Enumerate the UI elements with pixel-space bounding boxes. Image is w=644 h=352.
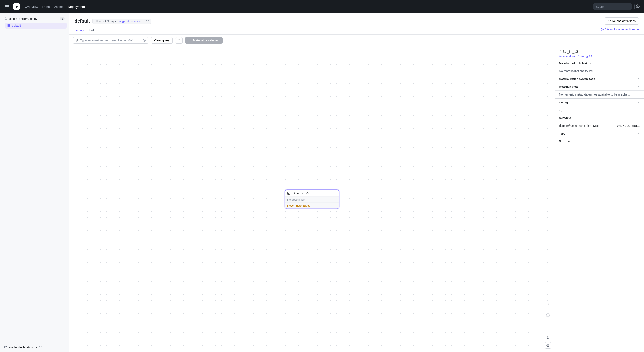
menu-icon[interactable] xyxy=(4,4,9,9)
asset-node-status: Never materialized xyxy=(285,203,339,209)
folder-icon xyxy=(4,346,7,349)
svg-point-19 xyxy=(76,39,76,40)
chevron-down-icon xyxy=(637,116,640,120)
section-materialization-last-run[interactable]: Materialization in last run xyxy=(555,60,644,67)
svg-rect-14 xyxy=(95,21,96,22)
svg-point-7 xyxy=(638,6,638,7)
chip-link[interactable]: single_declaration.py xyxy=(118,19,144,23)
section-type[interactable]: Type xyxy=(555,130,644,137)
global-search[interactable]: / xyxy=(593,3,632,10)
zoom-in-icon[interactable] xyxy=(546,303,550,306)
svg-rect-10 xyxy=(8,26,8,26)
svg-rect-12 xyxy=(95,20,96,21)
info-icon[interactable] xyxy=(143,39,146,42)
global-lineage-link[interactable]: View global asset lineage xyxy=(600,28,639,33)
filter-icon xyxy=(75,39,78,42)
section-metadata-plots[interactable]: Metadata plots xyxy=(555,83,644,91)
asset-group-row[interactable]: default xyxy=(5,22,67,28)
code-location-row[interactable]: single_declaration.py 1 xyxy=(2,16,67,22)
footer-location: single_declaration.py xyxy=(9,346,37,349)
chevron-down-icon xyxy=(637,85,640,88)
reload-icon xyxy=(177,39,180,42)
asset-group-chip: Asset Group in single_declaration.py xyxy=(92,18,151,24)
zoom-track[interactable] xyxy=(548,307,548,335)
lineage-canvas[interactable]: file_in_s3 No description Never material… xyxy=(70,46,554,352)
section-metadata[interactable]: Metadata xyxy=(555,114,644,122)
external-link-icon xyxy=(589,55,592,58)
chevron-down-icon xyxy=(637,132,640,135)
materialization-last-run-body: No materializations found xyxy=(555,67,644,75)
type-body: Nothing xyxy=(555,137,644,145)
section-materialization-system-tags[interactable]: Materialization system tags xyxy=(555,75,644,83)
folder-icon xyxy=(5,17,8,20)
svg-rect-25 xyxy=(288,192,290,195)
asset-subset-input[interactable] xyxy=(80,39,141,42)
svg-point-20 xyxy=(78,39,78,40)
code-location-name: single_declaration.py xyxy=(9,17,38,20)
dagster-logo[interactable] xyxy=(13,3,20,10)
slash-shortcut-badge: / xyxy=(634,4,635,9)
metadata-key: dagster/asset_execution_type xyxy=(559,124,617,127)
metadata-plots-body: No numeric metadata entries available to… xyxy=(555,91,644,98)
reload-icon[interactable] xyxy=(146,19,149,22)
reload-definitions-button[interactable]: Reload definitions xyxy=(604,17,639,25)
left-sidebar: single_declaration.py 1 default single_d… xyxy=(0,13,70,352)
export-image-button[interactable] xyxy=(545,342,551,349)
chevron-right-icon xyxy=(637,77,640,80)
chip-prefix: Asset Group in xyxy=(99,19,117,23)
asset-detail-panel: file_in_s3 View in Asset Catalog Materia… xyxy=(554,46,644,352)
svg-point-21 xyxy=(77,41,77,42)
svg-point-18 xyxy=(603,29,604,30)
reload-icon xyxy=(608,19,611,22)
metadata-row: dagster/asset_execution_type UNEXECUTABL… xyxy=(555,122,644,130)
top-navbar: Overview Runs Assets Deployment / xyxy=(0,0,644,13)
materialize-selected-button[interactable]: Materialize selected xyxy=(185,37,222,44)
svg-point-4 xyxy=(17,6,18,6)
asset-group-icon xyxy=(7,24,10,27)
nav-deployment[interactable]: Deployment xyxy=(68,5,85,8)
tab-list[interactable]: List xyxy=(90,26,94,34)
zoom-out-icon[interactable] xyxy=(546,336,550,340)
asset-node-description: No description xyxy=(285,197,339,203)
svg-line-31 xyxy=(548,305,549,305)
svg-line-34 xyxy=(548,338,549,339)
metadata-value: UNEXECUTABLE xyxy=(617,124,640,127)
nav-overview[interactable]: Overview xyxy=(25,5,38,8)
asset-subset-input-wrap[interactable] xyxy=(73,37,148,44)
sparkle-icon xyxy=(188,39,192,42)
view-in-catalog-link[interactable]: View in Asset Catalog xyxy=(559,54,640,58)
zoom-slider[interactable] xyxy=(545,301,551,341)
svg-point-17 xyxy=(601,30,602,31)
nav-runs[interactable]: Runs xyxy=(42,5,50,8)
svg-rect-15 xyxy=(96,21,97,22)
chevron-down-icon xyxy=(637,62,640,65)
asset-icon xyxy=(287,192,290,195)
zoom-thumb[interactable] xyxy=(546,314,550,317)
search-input[interactable] xyxy=(596,5,633,8)
code-location-count: 1 xyxy=(60,17,64,20)
svg-rect-9 xyxy=(9,24,10,25)
detail-asset-name: file_in_s3 xyxy=(559,50,640,54)
tab-lineage[interactable]: Lineage xyxy=(74,26,85,34)
asset-group-icon xyxy=(95,19,98,22)
sidebar-footer: single_declaration.py xyxy=(0,342,69,352)
clear-query-button[interactable]: Clear query xyxy=(151,37,173,44)
section-config[interactable]: Config xyxy=(555,98,644,106)
chevron-down-icon xyxy=(637,101,640,104)
reload-location-icon[interactable] xyxy=(39,346,44,349)
settings-gear-icon[interactable] xyxy=(636,4,640,9)
asset-group-name: default xyxy=(12,24,21,27)
svg-point-16 xyxy=(601,28,602,29)
asset-node-name: file_in_s3 xyxy=(292,192,308,195)
config-body: {} xyxy=(555,106,644,114)
svg-rect-8 xyxy=(8,24,8,25)
svg-rect-11 xyxy=(9,26,10,26)
nav-assets[interactable]: Assets xyxy=(54,5,64,8)
download-icon xyxy=(546,344,550,347)
refresh-graph-button[interactable] xyxy=(175,37,182,44)
svg-rect-13 xyxy=(96,20,97,21)
asset-node[interactable]: file_in_s3 No description Never material… xyxy=(285,190,339,209)
page-title: default xyxy=(74,18,90,24)
lineage-icon xyxy=(600,28,604,31)
